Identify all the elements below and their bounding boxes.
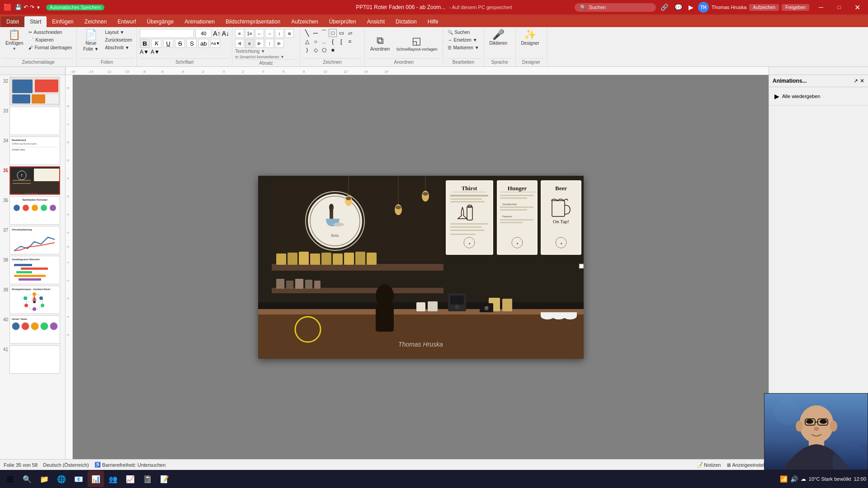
reset-btn[interactable]: Zurücksetzen bbox=[103, 37, 134, 43]
tab-datei[interactable]: Datei bbox=[1, 16, 24, 27]
indent-increase[interactable]: → bbox=[265, 29, 274, 38]
slide-thumb-33[interactable] bbox=[9, 107, 60, 135]
shape-arrow[interactable]: ╲ bbox=[303, 29, 311, 37]
share-icon[interactable]: 🔗 bbox=[659, 4, 670, 11]
list-bullet-btn[interactable]: ≡ bbox=[235, 29, 244, 38]
tab-ansicht[interactable]: Ansicht bbox=[362, 16, 390, 27]
uppercase-btn[interactable]: Aa▼ bbox=[210, 39, 220, 48]
slide-item-34[interactable]: 34 Dashboard Aufführung Businessplan Con… bbox=[1, 136, 64, 165]
taskbar-search[interactable]: 🔍 bbox=[19, 471, 35, 487]
shape-arc[interactable]: ⌒ bbox=[320, 29, 328, 37]
slide-thumb-36[interactable]: Spieleplan Konzept bbox=[9, 196, 60, 225]
font-family-input[interactable] bbox=[140, 29, 194, 38]
undo-icon[interactable]: ↶ bbox=[24, 4, 28, 10]
tab-ueberpruefen[interactable]: Überprüfen bbox=[324, 16, 362, 27]
shape-brace[interactable]: { bbox=[329, 38, 337, 46]
canvas-area[interactable]: Bella Thirst bbox=[73, 75, 769, 459]
panel-close-icon[interactable]: ✕ bbox=[860, 78, 864, 84]
copy-btn[interactable]: 📄Kopieren bbox=[27, 37, 74, 43]
text-box-btn[interactable]: Textrichtung ▼ bbox=[235, 49, 265, 54]
comments-icon[interactable]: 💬 bbox=[673, 4, 684, 11]
taskbar-edge[interactable]: 🌐 bbox=[53, 471, 70, 487]
indent-decrease[interactable]: ← bbox=[255, 29, 264, 38]
user-avatar[interactable]: TH bbox=[698, 2, 709, 13]
paste-btn[interactable]: 📋 Einfügen ▼ bbox=[3, 29, 26, 52]
shape-star[interactable]: ★ bbox=[329, 46, 337, 54]
shape-line[interactable]: ─ bbox=[311, 29, 320, 37]
close-btn[interactable]: ✕ bbox=[848, 0, 866, 14]
align-left-btn[interactable]: ⫷ bbox=[235, 39, 244, 48]
charspacing-btn[interactable]: ab bbox=[198, 39, 208, 48]
taskbar-word[interactable]: 📝 bbox=[156, 471, 173, 487]
italic-btn[interactable]: K bbox=[151, 39, 161, 48]
text-highlight-btn[interactable]: A▼ bbox=[140, 49, 149, 55]
align-center-btn[interactable]: ≡ bbox=[245, 39, 254, 48]
list-number-btn[interactable]: 1≡ bbox=[245, 29, 254, 38]
slide-thumb-37[interactable]: Umsatzplanung bbox=[9, 226, 60, 254]
redo-icon[interactable]: ↷ bbox=[30, 4, 34, 10]
qat-more[interactable]: ▼ bbox=[36, 5, 41, 10]
tab-bildschirmpraesentaton[interactable]: Bildschirmpräsentation bbox=[220, 16, 286, 27]
slide-item-33[interactable]: 33 bbox=[1, 107, 64, 135]
slide-thumb-40[interactable]: Unser Team bbox=[9, 315, 60, 344]
strikethrough-btn[interactable]: S bbox=[175, 39, 185, 48]
slide-item-41[interactable]: 41 bbox=[1, 345, 64, 374]
panel-collapse-icon[interactable]: ↗ bbox=[854, 78, 858, 84]
taskbar-mail[interactable]: 📧 bbox=[71, 471, 87, 487]
align-right-btn[interactable]: ⫸ bbox=[255, 39, 264, 48]
section-btn[interactable]: Abschnitt ▼ bbox=[103, 44, 134, 51]
bold-btn[interactable]: B bbox=[140, 39, 150, 48]
volume-icon[interactable]: 🔊 bbox=[790, 475, 798, 483]
justify-btn[interactable]: ⫶ bbox=[265, 39, 274, 48]
language-status[interactable]: Deutsch (Österreich) bbox=[43, 462, 89, 468]
slide-item-40[interactable]: 40 Unser Team bbox=[1, 315, 64, 344]
tab-entwurf[interactable]: Entwurf bbox=[112, 16, 142, 27]
text-direction-btn[interactable]: ↕ bbox=[275, 29, 284, 38]
slide-item-36[interactable]: 36 Spieleplan Konzept bbox=[1, 196, 64, 225]
taskbar-excel[interactable]: 📈 bbox=[122, 471, 138, 487]
ersetzen-btn[interactable]: ↔Ersetzen ▼ bbox=[446, 37, 481, 43]
tab-zeichnen[interactable]: Zeichnen bbox=[79, 16, 112, 27]
slide-item-37[interactable]: 37 Umsatzplanung bbox=[1, 226, 64, 254]
schnelllayout-btn[interactable]: ◱ Schnelllayout-vorlagen bbox=[393, 29, 440, 58]
windows-icon[interactable]: 🟥 bbox=[4, 4, 11, 11]
text-convert-btn[interactable]: ≋ bbox=[285, 29, 294, 38]
anordnen-btn[interactable]: ⧉ Anordnen bbox=[368, 29, 392, 58]
markieren-btn[interactable]: ☰Markieren ▼ bbox=[446, 44, 481, 51]
search-box[interactable]: 🔍 Suchen bbox=[575, 3, 656, 12]
taskbar-teams[interactable]: 👥 bbox=[105, 471, 121, 487]
present-icon[interactable]: ▶ bbox=[687, 4, 695, 11]
network-icon[interactable]: 📶 bbox=[780, 475, 788, 483]
notes-btn[interactable]: 📝 Notizen bbox=[697, 462, 721, 468]
tab-uebergaenge[interactable]: Übergänge bbox=[142, 16, 179, 27]
taskbar-files[interactable]: 📁 bbox=[36, 471, 52, 487]
shape-circle[interactable]: ○ bbox=[311, 38, 320, 46]
tab-start[interactable]: Start bbox=[24, 16, 47, 27]
layout-btn[interactable]: Layout ▼ bbox=[103, 29, 134, 36]
slide-thumb-39[interactable]: Strategiekompass - Gambino Einzel bbox=[9, 286, 60, 314]
columns-btn[interactable]: ⫸ bbox=[275, 39, 284, 48]
slide-item-39[interactable]: 39 Strategiekompass - Gambino Einzel bbox=[1, 286, 64, 314]
tab-hilfe[interactable]: Hilfe bbox=[422, 16, 444, 27]
format-painter-btn[interactable]: 🖌Format übertragen bbox=[27, 44, 74, 51]
slide-thumb-34[interactable]: Dashboard Aufführung Businessplan Conten… bbox=[9, 136, 60, 165]
shape-eq[interactable]: = bbox=[346, 38, 354, 46]
minimize-btn[interactable]: ─ bbox=[812, 0, 830, 14]
shape-chevron[interactable]: ⟩ bbox=[303, 46, 311, 54]
share-btn[interactable]: Freigeben bbox=[782, 4, 809, 11]
autosave-toggle[interactable]: Automatisches Speichern bbox=[46, 5, 104, 10]
slide-thumb-35[interactable]: 🍷 Thomas Hruska bbox=[9, 166, 60, 195]
slide-item-38[interactable]: 38 Ganttdiagramm Übersicht bbox=[1, 256, 64, 284]
recording-btn[interactable]: Aufzeichen bbox=[749, 4, 778, 11]
shadow-btn[interactable]: S bbox=[187, 39, 197, 48]
taskbar-onenote[interactable]: 📓 bbox=[139, 471, 156, 487]
accessibility-status[interactable]: ♿ Barrierefreiheit: Untersuchen bbox=[94, 462, 166, 468]
shape-triangle[interactable]: △ bbox=[303, 38, 311, 46]
cut-btn[interactable]: ✂Ausschneiden bbox=[27, 29, 74, 36]
start-btn[interactable]: ⊞ bbox=[2, 471, 18, 487]
shape-parallelogram[interactable]: ▱ bbox=[346, 29, 354, 37]
slide-item-32[interactable]: 32 bbox=[1, 77, 64, 105]
designer-btn[interactable]: ✨ Designer bbox=[519, 29, 542, 47]
tab-animationen[interactable]: Animationen bbox=[179, 16, 220, 27]
font-size-decrease[interactable]: A↓ bbox=[222, 30, 229, 37]
